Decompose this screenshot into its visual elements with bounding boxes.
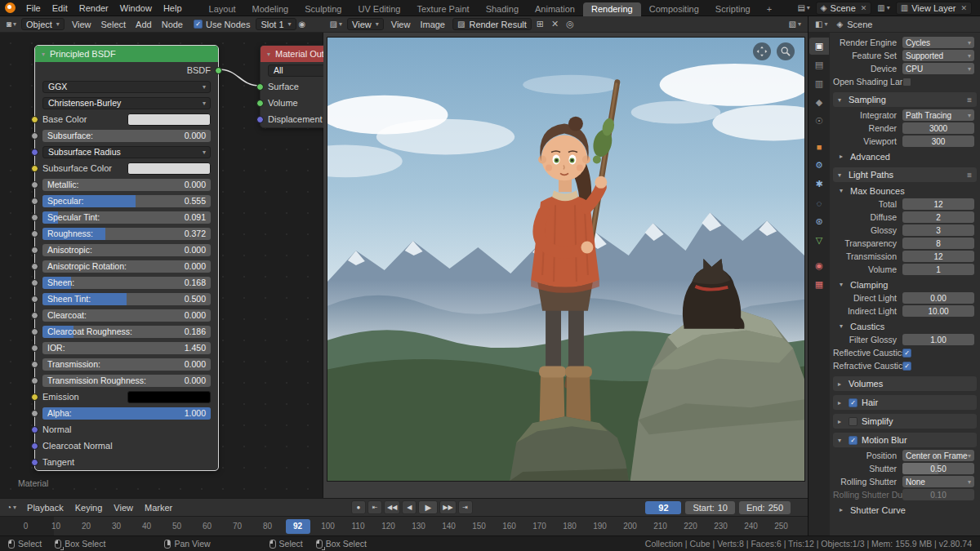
unlink-scene-icon[interactable]: ✕ [859,4,867,12]
timeline-ruler[interactable]: 0102030405060708092100110120130140150160… [0,516,808,535]
input-socket[interactable] [31,165,38,172]
input-socket[interactable] [31,295,38,303]
principled-bsdf-node[interactable]: ▾Principled BSDF BSDF GGX▾Christensen-Bu… [34,45,219,471]
input-socket[interactable] [31,361,38,368]
value-total[interactable]: 12 [902,198,974,210]
value-diffuse[interactable]: 2 [902,211,974,223]
output-socket[interactable] [215,67,222,74]
value-render[interactable]: 3000 [902,122,974,134]
scene-properties-tab[interactable]: ◆ [809,94,829,111]
menu-window[interactable]: Window [114,3,158,13]
input-socket[interactable] [256,100,264,107]
slider-specular[interactable]: Specular:0.555 [42,195,211,207]
tab-shading[interactable]: Shading [478,2,527,16]
tab-item[interactable]: + [759,2,780,16]
menu-file[interactable]: File [20,3,47,13]
dropdown-subsurface-radius[interactable]: Subsurface Radius▾ [42,146,211,158]
use-nodes-checkbox[interactable]: ✓Use Nodes [190,20,253,29]
browse-material-icon[interactable]: ◉ [299,20,306,29]
input-socket[interactable] [31,426,38,433]
jump-to-start-button[interactable]: ⇤ [368,500,382,514]
value-transparency[interactable]: 8 [902,238,974,249]
data-properties-tab[interactable]: ▽ [809,232,829,249]
input-socket[interactable] [31,377,38,384]
menu-edit[interactable]: Edit [47,3,74,13]
record-button[interactable]: ● [351,500,366,514]
color-swatch-base-color[interactable] [127,113,211,126]
input-socket[interactable] [31,198,38,205]
input-socket[interactable] [31,116,38,123]
checkbox-motion-blur[interactable]: ✓ [849,436,858,445]
editor-type-timeline-button[interactable]: ◔▾ [4,502,19,513]
input-socket[interactable] [256,83,264,91]
input-socket[interactable] [31,263,38,270]
material-slot-dropdown[interactable]: Slot 1▾ [256,18,296,30]
tab-layout[interactable]: Layout [201,2,244,16]
image-editor[interactable] [323,33,808,498]
particle-properties-tab[interactable]: ✱ [809,176,829,193]
new-image-button[interactable]: ⊞ [534,18,546,30]
value-glossy[interactable]: 3 [902,224,974,236]
previous-keyframe-button[interactable]: ◀◀ [384,500,400,514]
slider-ior[interactable]: IOR:1.450 [42,342,211,354]
input-socket[interactable] [256,116,264,123]
section-hair[interactable]: ▸✓Hair [833,395,977,410]
value-filter-glossy[interactable]: 1.00 [902,334,974,345]
image-menu-image[interactable]: Image [415,20,450,29]
shader-editor[interactable]: ▾Principled BSDF BSDF GGX▾Christensen-Bu… [0,33,323,498]
dropdown-rolling-shutter[interactable]: None▾ [902,476,974,487]
slider-transmission-roughness[interactable]: Transmission Roughness:0.000 [42,375,211,387]
slider-transmission[interactable]: Transmission:0.000 [42,358,211,371]
menu-help[interactable]: Help [158,3,188,13]
section-motion-blur[interactable]: ▾✓Motion Blur [833,433,977,447]
material-properties-tab[interactable]: ◉ [809,257,829,274]
pin-icon[interactable]: ◎ [564,18,577,30]
checkbox-open-shading-language[interactable] [902,78,911,87]
section-sampling[interactable]: ▾Sampling≡ [833,92,977,107]
subsection-advanced[interactable]: ▸Advanced [830,149,980,163]
checkbox-refl-ective-caustics[interactable]: ✓ [902,349,911,358]
section-light-paths[interactable]: ▾Light Paths≡ [833,167,977,182]
collapse-icon[interactable]: ▾ [267,51,270,58]
slider-clearcoat-roughness[interactable]: Clearcoat Roughness:0.186 [42,326,211,338]
modifier-properties-tab[interactable]: ⚙ [809,157,829,174]
input-socket[interactable] [31,344,38,352]
display-channels-dropdown[interactable]: ▧▾ [786,19,804,29]
object-properties-tab[interactable]: ■ [809,138,829,155]
dropdown-position[interactable]: Center on Frame▾ [902,450,974,461]
value-direct-light[interactable]: 0.00 [902,292,974,304]
color-swatch-subsurface-color[interactable] [127,162,211,175]
checkbox-hair[interactable]: ✓ [849,398,858,407]
subsection-shutter-curve[interactable]: ▸Shutter Curve [830,503,980,517]
input-socket[interactable] [31,459,38,466]
slider-metallic[interactable]: Metallic:0.000 [42,179,211,191]
section-volumes[interactable]: ▸Volumes [833,376,977,391]
collapse-icon[interactable]: ▾ [42,51,45,58]
browse-scene-button[interactable]: ▤▾ [795,2,812,13]
shader-type-dropdown[interactable]: Object▾ [21,18,65,30]
output-target-dropdown[interactable]: All▾ [268,64,323,77]
slider-anisotropic[interactable]: Anisotropic:0.000 [42,244,211,256]
shader-menu-select[interactable]: Select [96,20,131,29]
tab-animation[interactable]: Animation [527,2,583,16]
output-properties-tab[interactable]: ▤ [809,56,829,73]
dropdown-integrator[interactable]: Path Tracing▾ [902,109,974,121]
section-simplify[interactable]: ▸Simplify [833,414,977,429]
unlink-image-button[interactable]: ✕ [549,18,561,30]
checkbox-simplify[interactable] [849,417,858,426]
texture-properties-tab[interactable]: ▦ [809,276,829,293]
slider-clearcoat[interactable]: Clearcoat:0.000 [42,309,211,322]
value-shutter[interactable]: 0.50 [902,463,974,474]
play-button[interactable]: ▶ [418,500,438,514]
panel-menu-icon[interactable]: ≡ [967,96,972,104]
input-socket[interactable] [31,279,38,287]
tab-texture-paint[interactable]: Texture Paint [408,2,477,16]
input-socket[interactable] [31,410,38,417]
frame-start-field[interactable]: Start:10 [685,501,735,514]
value-transmission[interactable]: 12 [902,251,974,262]
subsection-max-bounces[interactable]: ▾Max Bounces [830,184,980,198]
constraint-properties-tab[interactable]: ⊛ [809,213,829,230]
jump-to-end-button[interactable]: ⇥ [458,500,473,514]
value-rolling-shutter-dur[interactable]: 0.10 [902,489,974,500]
render-properties-tab[interactable]: ▣ [809,38,829,55]
